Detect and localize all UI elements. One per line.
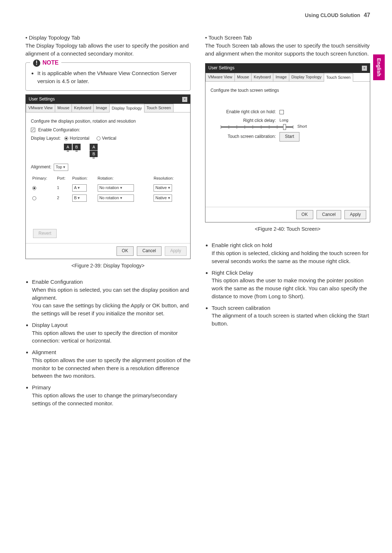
tab-image[interactable]: Image bbox=[273, 73, 289, 81]
pt-primary-body: This option allows the user to change th… bbox=[32, 392, 177, 406]
primary-radio-1[interactable] bbox=[32, 186, 36, 190]
horizontal-radio[interactable] bbox=[64, 136, 68, 140]
apply-button[interactable]: Apply bbox=[165, 246, 187, 255]
display-topology-heading: Display Topology Tab bbox=[25, 34, 191, 42]
pt-display-layout-body: This option allows the user to specify t… bbox=[32, 330, 178, 344]
pt-alignment-head: Alignment bbox=[32, 349, 56, 355]
start-button[interactable]: Start bbox=[279, 132, 299, 141]
apply-button[interactable]: Apply bbox=[344, 210, 366, 219]
right-column: Touch Screen Tab The Touch Screen tab al… bbox=[205, 34, 370, 413]
resolution-select-1[interactable]: Native bbox=[154, 184, 172, 192]
th-port: Port: bbox=[56, 175, 71, 183]
page-header: Using CLOUD Solution 47 bbox=[25, 11, 370, 19]
vertical-label: Vertical bbox=[102, 136, 116, 141]
monitor-b-icon: B bbox=[73, 144, 81, 150]
info-icon: ! bbox=[33, 60, 40, 67]
rotation-select-1[interactable]: No rotation bbox=[98, 184, 134, 192]
tab-keyboard[interactable]: Keyboard bbox=[251, 73, 273, 81]
primary-radio-2[interactable] bbox=[32, 196, 36, 200]
th-position: Position: bbox=[72, 175, 96, 183]
dlg-instruction: Configure the touch screen settings bbox=[211, 87, 365, 94]
cancel-button[interactable]: Cancel bbox=[317, 210, 341, 219]
dialog-title: User Settings bbox=[208, 65, 234, 71]
revert-button[interactable]: Revert bbox=[33, 229, 57, 238]
tab-bar: VMware View Mouse Keyboard Image Display… bbox=[205, 73, 370, 82]
alignment-select[interactable]: Top bbox=[54, 164, 68, 171]
delay-short-label: Short bbox=[297, 124, 307, 128]
note-label: !NOTE bbox=[30, 58, 61, 67]
pt-enable-config-body1: When this option is selected, you can se… bbox=[32, 287, 189, 301]
tab-display-topology[interactable]: Display Topology bbox=[109, 104, 144, 112]
delay-slider[interactable] bbox=[221, 126, 293, 128]
tab-keyboard[interactable]: Keyboard bbox=[72, 104, 94, 112]
pt-rclick-delay-head: Right Click Delay bbox=[212, 270, 253, 276]
display-topology-intro: The Display Topology tab allows the user… bbox=[25, 42, 191, 58]
pt-enable-config-body2: You can save the settings by clicking th… bbox=[32, 302, 189, 316]
table-row: 2 B No rotation Native bbox=[32, 193, 184, 203]
pt-rclick-delay-body: This option allows the user to make movi… bbox=[212, 277, 367, 299]
monitor-a-icon: A bbox=[64, 144, 72, 150]
port-1: 1 bbox=[56, 183, 71, 193]
tab-mouse[interactable]: Mouse bbox=[234, 73, 252, 81]
tab-vmware-view[interactable]: VMware View bbox=[26, 104, 55, 112]
touch-screen-intro: The Touch Screen tab allows the user to … bbox=[205, 42, 370, 58]
tab-image[interactable]: Image bbox=[93, 104, 110, 112]
ok-button[interactable]: OK bbox=[117, 246, 134, 255]
tab-touch-screen[interactable]: Touch Screen bbox=[324, 73, 353, 82]
alignment-label: Alignment: bbox=[31, 164, 52, 169]
delay-long-label: Long bbox=[279, 118, 288, 122]
tab-mouse[interactable]: Mouse bbox=[55, 104, 72, 112]
horizontal-label: Horizontal bbox=[70, 136, 89, 141]
pt-calibration-head: Touch screen calibration bbox=[212, 305, 270, 311]
cancel-button[interactable]: Cancel bbox=[137, 246, 161, 255]
th-rotation: Rotation: bbox=[97, 175, 152, 183]
enable-rclick-label: Enable right click on hold: bbox=[218, 109, 276, 115]
pt-alignment-body: This option allows the user to specify t… bbox=[32, 357, 191, 379]
ok-button[interactable]: OK bbox=[296, 210, 313, 219]
language-tab: English bbox=[373, 54, 385, 80]
pt-calibration-body: The alignment of a touch screen is start… bbox=[212, 312, 369, 327]
page-number: 47 bbox=[364, 12, 370, 18]
touch-screen-dialog: User Settings × VMware View Mouse Keyboa… bbox=[205, 63, 370, 222]
figure-caption-right: <Figure 2-40: Touch Screen> bbox=[205, 225, 370, 233]
display-layout-label: Display Layout: bbox=[31, 136, 61, 141]
tab-touch-screen[interactable]: Touch Screen bbox=[144, 104, 173, 112]
display-table: Primary: Port: Position: Rotation: Resol… bbox=[31, 174, 185, 204]
note-box: !NOTE It is applicable when the VMware V… bbox=[25, 62, 191, 91]
port-2: 2 bbox=[56, 193, 71, 203]
figure-caption-left: <Figure 2-39: Display Topology> bbox=[25, 262, 191, 269]
resolution-select-2[interactable]: Native bbox=[154, 194, 172, 202]
enable-config-checkbox[interactable]: ✓ bbox=[31, 128, 35, 132]
th-primary: Primary: bbox=[32, 175, 56, 183]
enable-rclick-checkbox[interactable] bbox=[279, 110, 284, 114]
tab-vmware-view[interactable]: VMware View bbox=[205, 73, 235, 81]
tab-bar: VMware View Mouse Keyboard Image Display… bbox=[26, 104, 190, 112]
th-resolution: Resolution: bbox=[153, 175, 184, 183]
close-icon[interactable]: × bbox=[182, 97, 187, 102]
monitor-a-vert-icon: A bbox=[90, 144, 98, 150]
touch-screen-heading: Touch Screen Tab bbox=[205, 34, 370, 42]
pt-display-layout-head: Display Layout bbox=[32, 322, 68, 328]
monitor-b-vert-icon: B bbox=[90, 151, 98, 157]
left-column: Display Topology Tab The Display Topolog… bbox=[25, 34, 191, 413]
position-select-1[interactable]: A bbox=[72, 184, 87, 192]
dlg-instruction: Configure the displays position, rotatio… bbox=[31, 118, 185, 124]
display-topology-dialog: User Settings × VMware View Mouse Keyboa… bbox=[25, 94, 191, 259]
pt-enable-rclick-head: Enable right click on hold bbox=[212, 242, 272, 248]
tab-display-topology[interactable]: Display Topology bbox=[289, 73, 324, 81]
left-points-list: Enable Configuration When this option is… bbox=[25, 278, 191, 407]
position-select-2[interactable]: B bbox=[72, 194, 87, 202]
section-title: Using CLOUD Solution bbox=[305, 12, 360, 18]
close-icon[interactable]: × bbox=[362, 66, 367, 71]
vertical-radio[interactable] bbox=[97, 136, 101, 140]
rclick-delay-label: Right click delay: bbox=[218, 118, 276, 124]
pt-enable-config-head: Enable Configuration bbox=[32, 279, 83, 285]
pt-primary-head: Primary bbox=[32, 384, 51, 390]
note-item: It is applicable when the VMware View Co… bbox=[37, 69, 185, 85]
table-row: 1 A No rotation Native bbox=[32, 183, 184, 193]
rotation-select-2[interactable]: No rotation bbox=[98, 194, 134, 202]
dialog-title: User Settings bbox=[29, 96, 55, 102]
calibration-label: Touch screen calibration: bbox=[218, 134, 276, 140]
enable-config-label: Enable Configuration: bbox=[38, 127, 80, 132]
right-points-list: Enable right click on hold If this optio… bbox=[205, 241, 370, 328]
